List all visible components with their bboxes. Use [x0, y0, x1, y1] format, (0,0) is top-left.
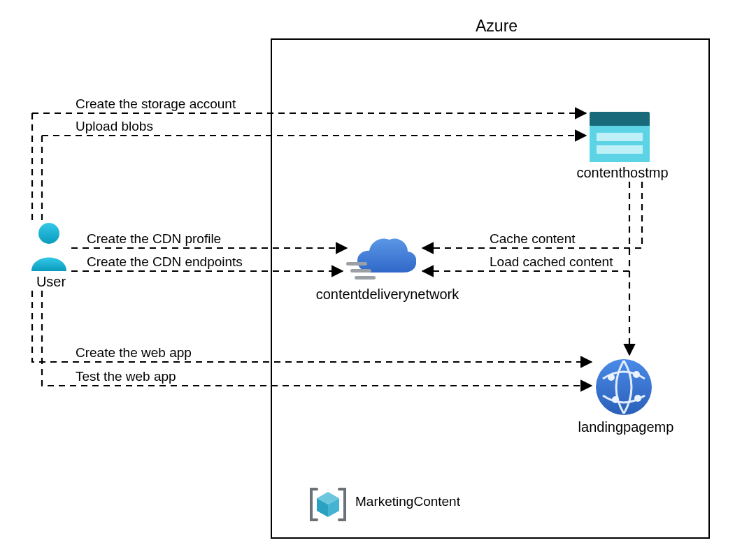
svg-point-10: [608, 374, 615, 381]
webapp-label: landingpagemp: [573, 419, 678, 435]
user-label: User: [20, 274, 83, 290]
storage-node: [590, 112, 650, 165]
resourcegroup-node: [307, 485, 349, 527]
label-load-cached-content: Load cached content: [490, 254, 613, 270]
resourcegroup-icon: [307, 485, 349, 524]
diagram-canvas: Azure User contenthostmp: [0, 0, 756, 552]
storage-icon: [590, 112, 650, 162]
svg-point-9: [596, 359, 652, 415]
label-create-storage: Create the storage account: [76, 96, 236, 112]
svg-rect-4: [597, 133, 643, 141]
resourcegroup-label: MarketingContent: [355, 494, 460, 509]
svg-rect-6: [346, 262, 367, 266]
cdn-node: [346, 234, 416, 286]
svg-point-13: [634, 395, 641, 402]
user-icon: [27, 221, 71, 271]
label-cache-content: Cache content: [490, 231, 576, 247]
label-create-web-app: Create the web app: [76, 345, 192, 361]
svg-rect-7: [350, 269, 371, 273]
user-node: [27, 221, 71, 274]
cdn-label: contentdeliverynetwork: [311, 286, 464, 303]
storage-label: contenthostmp: [570, 165, 675, 181]
label-create-cdn-endpoints: Create the CDN endpoints: [87, 254, 243, 270]
cdn-cloud-icon: [346, 234, 416, 283]
svg-rect-8: [355, 276, 376, 279]
azure-title: Azure: [476, 17, 518, 36]
label-test-web-app: Test the web app: [76, 369, 176, 384]
svg-rect-3: [590, 126, 650, 162]
svg-point-12: [612, 396, 619, 403]
svg-point-11: [633, 371, 640, 378]
webapp-icon: [594, 358, 653, 416]
svg-rect-5: [597, 145, 643, 154]
webapp-node: [594, 358, 653, 419]
label-create-cdn-profile: Create the CDN profile: [87, 231, 221, 247]
svg-point-0: [38, 223, 59, 244]
label-upload-blobs: Upload blobs: [76, 119, 153, 134]
svg-rect-2: [590, 112, 650, 126]
